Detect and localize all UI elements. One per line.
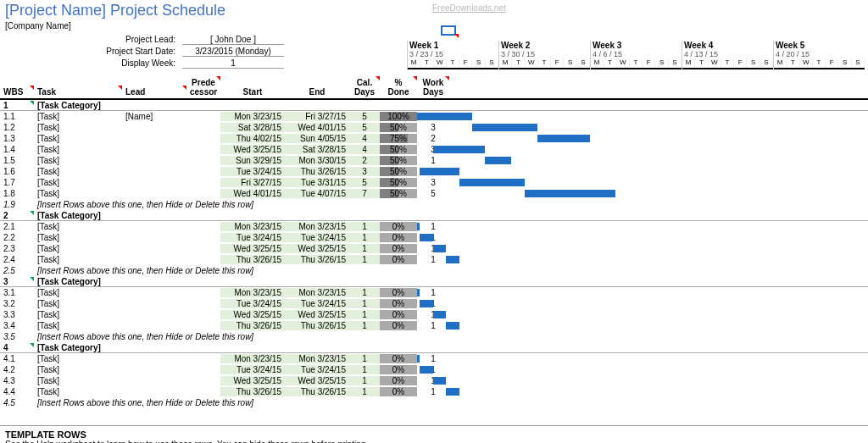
gantt-bar[interactable] xyxy=(459,179,525,186)
gantt-bar[interactable] xyxy=(472,124,537,131)
table-row[interactable]: 4.5[Insert Rows above this one, then Hid… xyxy=(0,397,868,408)
gantt-bar[interactable] xyxy=(420,366,432,374)
week-label: Week 4 xyxy=(682,41,773,50)
day-label: S xyxy=(852,58,865,68)
wbs-cell: 1.4 xyxy=(0,145,34,154)
pct-cell: 0% xyxy=(380,233,417,242)
end-cell: Thu 3/26/15 xyxy=(285,167,349,176)
table-row[interactable]: 1[Task Category] xyxy=(0,100,868,111)
gantt-bar[interactable] xyxy=(420,300,432,307)
day-label: T xyxy=(787,58,799,68)
week-date: 4 / 20 / 15 xyxy=(774,50,865,58)
company-name: [Company Name] xyxy=(0,21,868,34)
work-cell: 5 xyxy=(417,189,449,198)
table-row[interactable]: 3.2 [Task] Tue 3/24/15 Tue 3/24/15 1 0% … xyxy=(0,298,868,309)
gantt-bar[interactable] xyxy=(446,388,459,396)
task-cell: [Task] xyxy=(34,288,122,297)
watermark-link[interactable]: FreeDownloads.net xyxy=(432,3,506,13)
cal-cell: 5 xyxy=(349,112,380,121)
project-lead-value[interactable]: [ John Doe ] xyxy=(182,35,284,45)
task-category: [Task Category] xyxy=(34,211,868,220)
task-category: [Task Category] xyxy=(34,277,868,286)
pct-cell: 100% xyxy=(380,112,417,121)
task-category: [Task Category] xyxy=(34,343,868,352)
table-row[interactable]: 3[Task Category] xyxy=(0,276,868,287)
pct-cell: 0% xyxy=(380,288,417,297)
start-cell: Tue 3/24/15 xyxy=(220,299,285,308)
day-label: F xyxy=(826,58,838,68)
gantt-bar[interactable] xyxy=(433,311,446,318)
pct-cell: 50% xyxy=(380,145,417,154)
week-label: Week 5 xyxy=(774,41,865,50)
task-cell: [Task] xyxy=(34,134,122,143)
display-week-label: Display Week: xyxy=(0,58,182,69)
table-row[interactable]: 2.5[Insert Rows above this one, then Hid… xyxy=(0,265,868,276)
wbs-cell: 4.3 xyxy=(0,376,34,385)
table-row[interactable]: 4.4 [Task] Thu 3/26/15 Thu 3/26/15 1 0% … xyxy=(0,386,868,397)
gantt-bar[interactable] xyxy=(420,168,459,175)
day-label: M xyxy=(499,58,512,68)
display-week-value[interactable]: 1 xyxy=(182,58,284,69)
day-label: F xyxy=(551,58,564,68)
gantt-bar[interactable] xyxy=(446,256,459,263)
day-label: T xyxy=(813,58,826,68)
pct-cell: 0% xyxy=(380,299,417,308)
task-category: [Task Category] xyxy=(34,101,868,110)
work-cell: 1 xyxy=(417,156,449,165)
end-cell: Wed 3/25/15 xyxy=(285,310,349,319)
table-row[interactable]: 1.3 [Task] Thu 4/02/15 Sun 4/05/15 4 75%… xyxy=(0,133,868,144)
day-label: S xyxy=(760,58,773,68)
day-label: W xyxy=(800,58,813,68)
start-date-value[interactable]: 3/23/2015 (Monday) xyxy=(182,47,284,57)
gantt-header: Week 13 / 23 / 15MTWTFSSWeek 23 / 30 / 1… xyxy=(407,41,865,69)
wbs-cell: 1.2 xyxy=(0,123,34,132)
week-label: Week 1 xyxy=(408,41,498,50)
day-label: S xyxy=(669,58,682,68)
pct-cell: 0% xyxy=(380,244,417,253)
table-row[interactable]: 4[Task Category] xyxy=(0,342,868,353)
week-date: 4 / 6 / 15 xyxy=(591,50,682,58)
gantt-bar[interactable] xyxy=(420,234,432,241)
day-label: M xyxy=(408,58,420,68)
day-label: F xyxy=(459,58,472,68)
gantt-bar[interactable] xyxy=(537,135,590,142)
day-label: T xyxy=(512,58,525,68)
wbs-cell: 3.4 xyxy=(0,321,34,330)
table-row[interactable]: 1.2 [Task] Sat 3/28/15 Wed 4/01/15 5 50%… xyxy=(0,122,868,133)
table-row[interactable]: 2.2 [Task] Tue 3/24/15 Tue 3/24/15 1 0% … xyxy=(0,232,868,243)
table-row[interactable]: 2.1 [Task] Mon 3/23/15 Mon 3/23/15 1 0% … xyxy=(0,221,868,232)
gantt-bar[interactable] xyxy=(433,146,486,153)
day-label: W xyxy=(434,58,447,68)
table-row[interactable]: 3.1 [Task] Mon 3/23/15 Mon 3/23/15 1 0% … xyxy=(0,287,868,298)
insert-hint: [Insert Rows above this one, then Hide o… xyxy=(34,266,868,275)
pct-cell: 50% xyxy=(380,167,417,176)
gantt-bar[interactable] xyxy=(433,245,446,252)
table-row[interactable]: 4.1 [Task] Mon 3/23/15 Mon 3/23/15 1 0% … xyxy=(0,353,868,364)
gantt-bar[interactable] xyxy=(433,377,446,385)
table-row[interactable]: 1.8 [Task] Wed 4/01/15 Tue 4/07/15 7 50%… xyxy=(0,188,868,199)
end-cell: Thu 3/26/15 xyxy=(285,255,349,264)
table-row[interactable]: 4.2 [Task] Tue 3/24/15 Tue 3/24/15 1 0% … xyxy=(0,364,868,375)
table-row[interactable]: 3.4 [Task] Thu 3/26/15 Thu 3/26/15 1 0% … xyxy=(0,320,868,331)
table-row[interactable]: 1.9[Insert Rows above this one, then Hid… xyxy=(0,199,868,210)
table-row[interactable]: 2[Task Category] xyxy=(0,210,868,221)
work-cell: 1 xyxy=(417,387,449,396)
table-row[interactable]: 2.4 [Task] Thu 3/26/15 Thu 3/26/15 1 0% … xyxy=(0,254,868,265)
work-cell: 1 xyxy=(417,354,449,363)
week-date: 3 / 23 / 15 xyxy=(408,50,498,58)
table-row[interactable]: 1.5 [Task] Sun 3/29/15 Mon 3/30/15 2 50%… xyxy=(0,155,868,166)
start-cell: Mon 3/23/15 xyxy=(220,222,285,231)
start-cell: Thu 3/26/15 xyxy=(220,387,285,396)
wbs-cell: 1 xyxy=(0,101,34,110)
table-row[interactable]: 3.5[Insert Rows above this one, then Hid… xyxy=(0,331,868,342)
table-row[interactable]: 1.7 [Task] Fri 3/27/15 Tue 3/31/15 5 50%… xyxy=(0,177,868,188)
gantt-bar[interactable] xyxy=(446,322,459,329)
gantt-bar[interactable] xyxy=(485,157,511,164)
end-cell: Tue 3/24/15 xyxy=(285,299,349,308)
footer: TEMPLATE ROWS See the Help worksheet to … xyxy=(0,425,868,443)
day-label: S xyxy=(655,58,668,68)
day-label: T xyxy=(447,58,459,68)
wbs-cell: 4.5 xyxy=(0,398,34,407)
gantt-bar[interactable] xyxy=(525,190,616,197)
wbs-cell: 2.3 xyxy=(0,244,34,253)
